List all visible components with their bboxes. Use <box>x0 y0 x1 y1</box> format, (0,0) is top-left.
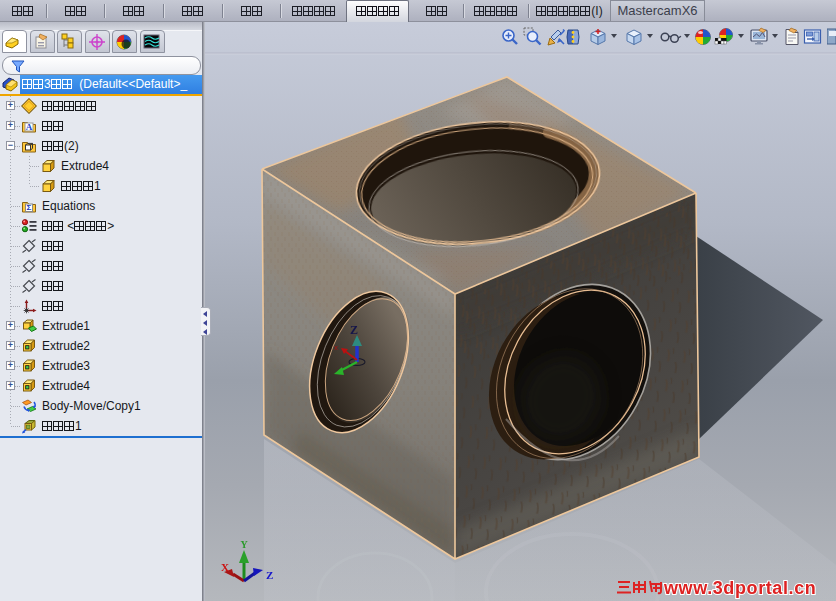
svg-text:Σ: Σ <box>27 203 32 212</box>
svg-text:Y: Y <box>240 539 248 550</box>
svg-text:X: X <box>221 561 229 573</box>
svg-text:Z: Z <box>350 323 358 337</box>
svg-text:Z: Z <box>266 569 273 581</box>
svg-text:x: x <box>334 343 338 352</box>
svg-text:www.3dportal.cn: www.3dportal.cn <box>663 578 816 598</box>
svg-text:A: A <box>26 122 33 132</box>
